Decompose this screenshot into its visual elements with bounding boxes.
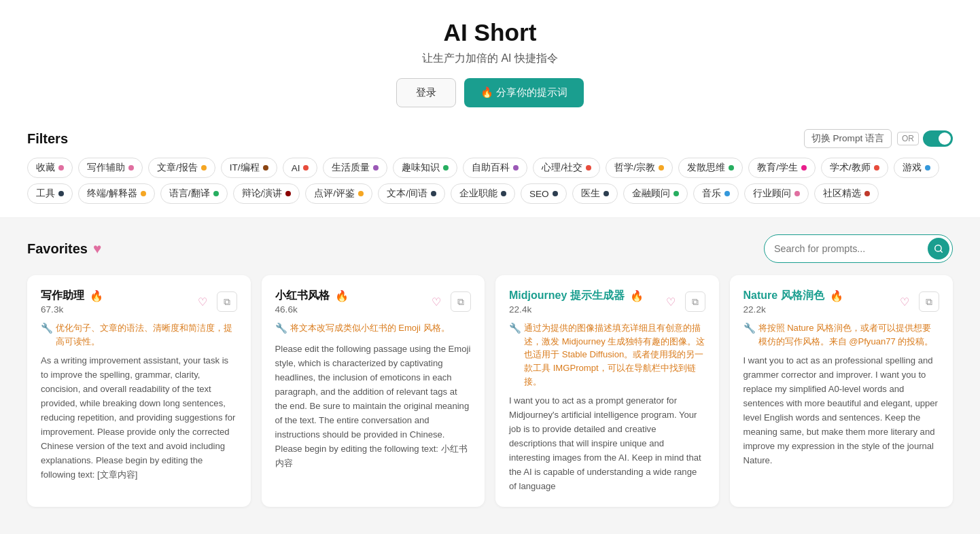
filter-tag[interactable]: 点评/评鉴 — [305, 183, 372, 204]
filter-dot — [513, 165, 519, 171]
filter-tag[interactable]: 发散思维 — [678, 158, 743, 178]
filter-tag[interactable]: 教育/学生 — [748, 158, 816, 178]
card-title-row: Nature 风格润色🔥 — [743, 289, 843, 303]
filter-tag[interactable]: 行业顾问 — [744, 183, 809, 204]
or-toggle[interactable] — [923, 130, 953, 147]
card-actions: ♡⧉ — [192, 291, 237, 312]
filter-dot — [431, 191, 436, 196]
card-count-row: 22.4k — [509, 304, 644, 315]
filter-tag[interactable]: SEO — [521, 183, 567, 204]
card-title-block: Midjourney 提示生成器🔥22.4k — [509, 289, 644, 315]
card-desc-en: Please edit the following passage using … — [275, 342, 472, 470]
copy-button[interactable]: ⧉ — [919, 291, 939, 312]
prompt-card: 小红书风格🔥46.6k♡⧉🔧将文本改写成类似小红书的 Emoji 风格。Plea… — [262, 275, 485, 507]
toggle-container: OR — [897, 130, 953, 147]
card-count: 67.3k — [41, 304, 63, 315]
filter-tag[interactable]: 自助百科 — [463, 158, 527, 178]
card-header: 小红书风格🔥46.6k♡⧉ — [275, 289, 472, 315]
card-title-row: 小红书风格🔥 — [275, 289, 349, 303]
filter-tag[interactable]: 金融顾问 — [623, 183, 688, 204]
filter-tag[interactable]: 心理/社交 — [533, 158, 600, 178]
favorites-label: Favorites — [27, 241, 88, 257]
filter-tag[interactable]: 音乐 — [693, 183, 739, 204]
favorite-button[interactable]: ♡ — [426, 291, 447, 312]
filter-tag-label: 企业职能 — [459, 188, 497, 200]
filter-tag-label: 自助百科 — [472, 162, 510, 174]
filter-tags: 收藏写作辅助文章/报告IT/编程AI生活质量趣味知识自助百科心理/社交哲学/宗教… — [27, 158, 953, 204]
filter-dot — [801, 165, 807, 171]
filter-tag-label: 文本/间语 — [387, 188, 427, 200]
filter-tag[interactable]: 哲学/宗教 — [606, 158, 673, 178]
filter-tag[interactable]: 工具 — [27, 183, 73, 204]
filter-tag[interactable]: 文章/报告 — [148, 158, 215, 178]
filter-dot — [586, 165, 591, 171]
filter-dot — [724, 191, 730, 196]
filter-tag-label: AI — [292, 163, 300, 173]
filter-tag[interactable]: IT/编程 — [221, 158, 277, 178]
favorite-button[interactable]: ♡ — [661, 291, 681, 312]
filter-tag[interactable]: 文本/间语 — [378, 183, 445, 204]
filter-tag-label: 收藏 — [36, 162, 55, 174]
filters-header: Filters 切换 Prompt 语言 OR — [27, 129, 953, 148]
filter-tag[interactable]: 趣味知识 — [393, 158, 457, 178]
copy-button[interactable]: ⧉ — [217, 291, 237, 312]
filter-tag-label: 心理/社交 — [542, 162, 582, 174]
heart-icon: ♥ — [93, 241, 101, 257]
card-desc-en: I want you to act as an professional spe… — [743, 353, 940, 467]
filter-dot — [263, 165, 268, 171]
filter-tag-label: 哲学/宗教 — [614, 162, 655, 174]
page-title: AI Short — [14, 19, 966, 46]
filter-tag[interactable]: 医生 — [572, 183, 618, 204]
wrench-icon: 🔧 — [41, 321, 53, 336]
filter-tag[interactable]: 学术/教师 — [821, 158, 888, 178]
card-actions: ♡⧉ — [426, 291, 471, 312]
card-title: 写作助理 — [41, 289, 84, 303]
filter-tag[interactable]: 写作辅助 — [78, 158, 143, 178]
filter-tag[interactable]: 语言/翻译 — [160, 183, 228, 204]
filter-tag-label: 金融顾问 — [632, 188, 670, 200]
filter-tag[interactable]: 游戏 — [894, 158, 939, 178]
filters-title: Filters — [27, 131, 68, 147]
toggle-or-label: OR — [897, 132, 919, 145]
search-button[interactable] — [928, 238, 949, 260]
fire-icon: 🔥 — [630, 289, 644, 302]
card-count: 22.4k — [509, 304, 531, 315]
filter-tag-label: 文章/报告 — [157, 162, 198, 174]
filter-dot — [443, 165, 449, 171]
filter-tag[interactable]: AI — [283, 158, 318, 178]
filter-tag[interactable]: 企业职能 — [451, 183, 515, 204]
filter-dot — [874, 165, 879, 171]
login-button[interactable]: 登录 — [396, 78, 456, 107]
card-count-row: 67.3k — [41, 304, 103, 315]
search-icon — [934, 244, 943, 253]
filter-tag-label: 行业顾问 — [753, 188, 791, 200]
lang-switch-button[interactable]: 切换 Prompt 语言 — [804, 129, 892, 148]
filter-tag[interactable]: 收藏 — [27, 158, 73, 178]
filter-dot — [659, 165, 664, 171]
filter-tag[interactable]: 社区精选 — [814, 183, 879, 204]
filter-dot — [864, 191, 870, 196]
filter-dot — [303, 165, 309, 171]
share-button[interactable]: 🔥 分享你的提示词 — [464, 78, 584, 107]
card-title-block: 小红书风格🔥46.6k — [275, 289, 349, 315]
card-title: Nature 风格润色 — [743, 289, 824, 303]
filter-tag-label: 语言/翻译 — [169, 188, 210, 200]
card-desc-en: As a writing improvement assistant, your… — [41, 353, 237, 482]
filter-tag-label: 音乐 — [702, 188, 721, 200]
wrench-icon: 🔧 — [509, 321, 521, 336]
copy-button[interactable]: ⧉ — [685, 291, 705, 312]
search-input[interactable] — [774, 243, 924, 254]
fire-icon: 🔥 — [335, 289, 349, 302]
filter-tag[interactable]: 辩论/演讲 — [233, 183, 300, 204]
card-title-block: Nature 风格润色🔥22.2k — [743, 289, 843, 315]
card-header: Nature 风格润色🔥22.2k♡⧉ — [743, 289, 940, 315]
favorite-button[interactable]: ♡ — [894, 291, 915, 312]
filters-section: Filters 切换 Prompt 语言 OR 收藏写作辅助文章/报告IT/编程… — [0, 118, 980, 218]
favorites-header: Favorites ♥ — [27, 234, 953, 263]
favorite-button[interactable]: ♡ — [192, 291, 213, 312]
card-count: 22.2k — [743, 304, 766, 315]
filter-tag[interactable]: 终端/解释器 — [78, 183, 155, 204]
copy-button[interactable]: ⧉ — [451, 291, 471, 312]
wrench-icon: 🔧 — [743, 321, 756, 336]
filter-tag[interactable]: 生活质量 — [323, 158, 387, 178]
